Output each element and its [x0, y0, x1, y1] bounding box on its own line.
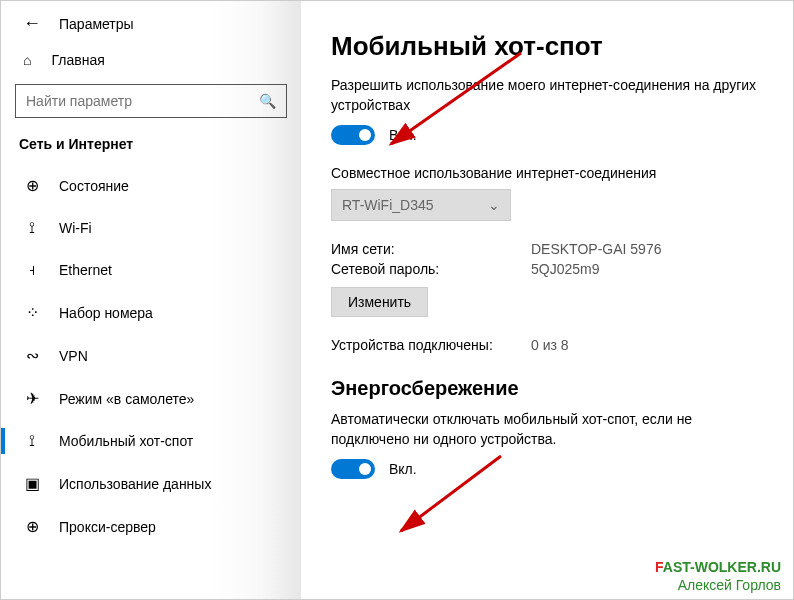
- sidebar-item-label: Прокси-сервер: [59, 519, 156, 535]
- sidebar-item-8[interactable]: ⊕Прокси-сервер: [1, 505, 301, 548]
- channel-value: RT-WiFi_D345: [342, 197, 434, 213]
- hotspot-toggle[interactable]: [331, 125, 375, 145]
- connected-value: 0 из 8: [531, 337, 569, 353]
- hotspot-toggle-label: Вкл.: [389, 127, 417, 143]
- sidebar-item-label: Использование данных: [59, 476, 211, 492]
- settings-title: Параметры: [59, 16, 134, 32]
- channel-label: Совместное использование интернет-соедин…: [331, 165, 773, 181]
- back-icon[interactable]: ←: [23, 13, 41, 34]
- sidebar-item-label: Мобильный хот-спот: [59, 433, 193, 449]
- sidebar-item-label: Режим «в самолете»: [59, 391, 194, 407]
- search-icon: 🔍: [259, 93, 276, 109]
- edit-button[interactable]: Изменить: [331, 287, 428, 317]
- main-pane: Мобильный хот-спот Разрешить использован…: [301, 1, 793, 599]
- network-password-key: Сетевой пароль:: [331, 261, 531, 277]
- chevron-down-icon: ⌄: [488, 197, 500, 213]
- sidebar-item-home[interactable]: ⌂ Главная: [1, 42, 301, 80]
- network-password-value: 5QJ025m9: [531, 261, 599, 277]
- sidebar-item-0[interactable]: ⊕Состояние: [1, 164, 301, 207]
- sidebar-icon: ✈: [23, 389, 41, 408]
- sidebar-item-label: Состояние: [59, 178, 129, 194]
- search-box[interactable]: 🔍: [15, 84, 287, 118]
- sidebar-item-4[interactable]: ∾VPN: [1, 334, 301, 377]
- page-title: Мобильный хот-спот: [331, 31, 773, 62]
- channel-dropdown[interactable]: RT-WiFi_D345 ⌄: [331, 189, 511, 221]
- sidebar-icon: ⟟: [23, 219, 41, 237]
- sidebar: ← Параметры ⌂ Главная 🔍 Сеть и Интернет …: [1, 1, 301, 599]
- energy-toggle-label: Вкл.: [389, 461, 417, 477]
- sidebar-icon: ⊕: [23, 176, 41, 195]
- sidebar-item-5[interactable]: ✈Режим «в самолете»: [1, 377, 301, 420]
- home-icon: ⌂: [23, 52, 31, 68]
- sidebar-item-7[interactable]: ▣Использование данных: [1, 462, 301, 505]
- sidebar-icon: ▣: [23, 474, 41, 493]
- connected-key: Устройства подключены:: [331, 337, 531, 353]
- sidebar-item-label: VPN: [59, 348, 88, 364]
- energy-title: Энергосбережение: [331, 377, 773, 400]
- watermark: FAST-WOLKER.RU Алексей Горлов: [655, 556, 781, 593]
- category-label: Сеть и Интернет: [1, 136, 301, 164]
- home-label: Главная: [51, 52, 104, 68]
- sidebar-icon: ⁘: [23, 303, 41, 322]
- sidebar-item-label: Wi-Fi: [59, 220, 92, 236]
- network-name-value: DESKTOP-GAI 5976: [531, 241, 661, 257]
- sidebar-icon: ⟟: [23, 432, 41, 450]
- energy-description: Автоматически отключать мобильный хот-сп…: [331, 410, 773, 449]
- sidebar-icon: ∾: [23, 346, 41, 365]
- sidebar-icon: ⊕: [23, 517, 41, 536]
- search-input[interactable]: [26, 93, 259, 109]
- energy-toggle[interactable]: [331, 459, 375, 479]
- sidebar-item-3[interactable]: ⁘Набор номера: [1, 291, 301, 334]
- sidebar-item-2[interactable]: ⫞Ethernet: [1, 249, 301, 291]
- sidebar-item-label: Ethernet: [59, 262, 112, 278]
- network-name-key: Имя сети:: [331, 241, 531, 257]
- sidebar-icon: ⫞: [23, 261, 41, 279]
- sidebar-item-6[interactable]: ⟟Мобильный хот-спот: [1, 420, 301, 462]
- sidebar-item-1[interactable]: ⟟Wi-Fi: [1, 207, 301, 249]
- share-description: Разрешить использование моего интернет-с…: [331, 76, 773, 115]
- sidebar-item-label: Набор номера: [59, 305, 153, 321]
